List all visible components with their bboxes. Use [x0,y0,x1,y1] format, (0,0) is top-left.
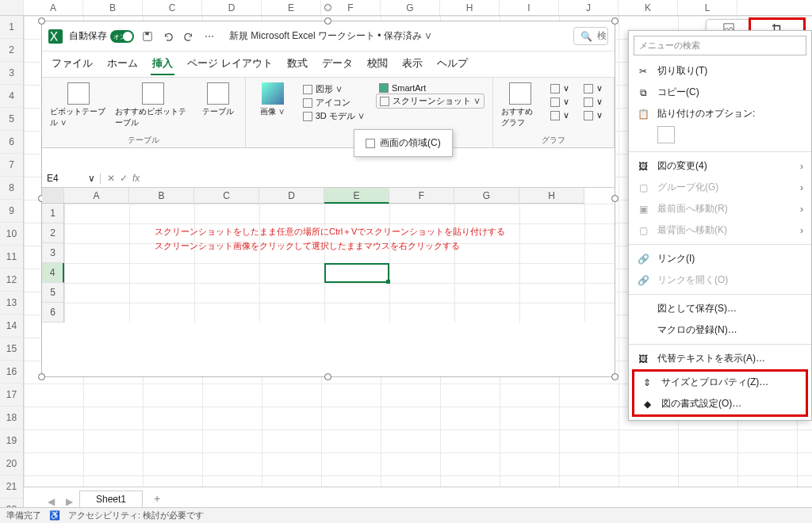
size-icon: ⇕ [641,376,653,389]
tab-help[interactable]: ヘルプ [435,53,469,75]
chart-type-button[interactable]: ∨ [580,109,606,121]
undo-icon[interactable] [161,29,175,44]
tab-file[interactable]: ファイル [50,53,94,75]
col[interactable]: A [24,0,83,15]
screen-clipping-item[interactable]: 画面の領域(C) [358,133,449,153]
chart-type-button[interactable]: ∨ [580,96,606,108]
3d-icon [303,112,312,121]
cut-item[interactable]: ✂切り取り(T) [629,60,811,82]
cancel-icon[interactable]: ✕ [107,173,115,184]
size-properties-item[interactable]: ⇕サイズとプロパティ(Z)… [634,372,806,393]
col[interactable]: C [143,0,202,15]
3dmodel-button[interactable]: 3D モデル ∨ [300,109,368,123]
tab-pagelayout[interactable]: ページ レイアウト [186,53,274,75]
pivottable-button[interactable]: ピボットテーブル ∨ [50,82,107,128]
accept-icon[interactable]: ✓ [120,173,128,184]
redo-icon[interactable] [182,29,196,44]
change-picture-item[interactable]: 🖼図の変更(4)› [629,155,811,177]
alt-text-icon: 🖼 [637,353,649,365]
status-bar: 準備完了 ♿ アクセシビリティ: 検討が必要です [0,507,812,523]
tab-formulas[interactable]: 数式 [285,53,309,75]
alt-text-item[interactable]: 🖼代替テキストを表示(A)… [629,348,811,369]
send-back-item: ▢最背面へ移動(K)› [629,220,811,241]
line-chart-icon [550,97,560,107]
image-button[interactable]: 画像 ∨ [254,82,292,117]
col[interactable]: L [678,0,737,15]
autosave-toggle[interactable]: 自動保存 オン [69,29,134,43]
col[interactable]: H [440,0,500,15]
col[interactable]: I [500,0,559,15]
scissors-icon: ✂ [637,65,649,78]
bring-front-item: ▣最前面へ移動(R)› [629,198,811,220]
fx-icon[interactable]: fx [132,173,140,184]
change-picture-icon: 🖼 [637,160,649,173]
copy-icon: ⧉ [637,86,649,99]
sheet-tab[interactable]: Sheet1 [79,491,143,507]
group-charts: おすすめグラフ ∨ ∨ ∨ ∨ ∨ ∨ グラフ [493,78,615,147]
resize-handle[interactable] [611,17,619,25]
copy-item[interactable]: ⧉コピー(C) [629,82,811,103]
clipping-icon [366,139,375,148]
chevron-right-icon: › [800,161,803,172]
tab-data[interactable]: データ [320,53,354,75]
name-box[interactable]: E4∨ [42,173,101,184]
chart-icon [509,82,531,105]
tab-insert[interactable]: 挿入 [151,53,174,75]
col[interactable]: J [559,0,619,15]
paste-option-buttons [629,124,811,148]
col[interactable]: E [262,0,321,15]
chart-type-button[interactable]: ∨ [547,109,573,121]
tab-review[interactable]: 校閲 [366,53,389,75]
resize-handle[interactable] [324,17,331,25]
col[interactable]: K [619,0,678,15]
resize-handle[interactable] [611,373,619,380]
svg-rect-2 [145,32,148,35]
toggle-on-icon: オン [110,30,134,43]
save-as-picture-item[interactable]: 図として保存(S)… [629,298,811,319]
col[interactable]: D [202,0,262,15]
pie-chart-icon [550,111,560,120]
tab-nav-left[interactable]: ◀ [43,496,59,507]
link-item[interactable]: 🔗リンク(I) [629,248,811,269]
icons-button[interactable]: アイコン [300,96,368,109]
recommended-pivot-button[interactable]: おすすめピボットテーブル [115,82,191,128]
tab-home[interactable]: ホーム [105,53,140,75]
col[interactable]: G [381,0,440,15]
open-link-icon: 🔗 [637,274,649,287]
table-icon [207,82,229,105]
paste-option[interactable] [657,126,675,143]
resize-handle[interactable] [38,373,45,380]
col[interactable]: B [83,0,143,15]
table-button[interactable]: テーブル [199,82,237,117]
chart-type-button[interactable]: ∨ [580,82,606,94]
selected-cell[interactable] [324,263,389,283]
pivot-icon [67,82,90,105]
save-icon[interactable] [140,29,155,44]
ribbon: ピボットテーブル ∨ おすすめピボットテーブル テーブル テーブル 画像 ∨ 図… [42,77,615,148]
smartart-button[interactable]: SmartArt [376,82,485,94]
formula-bar: E4∨ ✕ ✓ fx [42,169,615,188]
inner-row-headers: 123 456 [42,204,64,323]
group-tables: ピボットテーブル ∨ おすすめピボットテーブル テーブル テーブル [42,78,246,147]
chart-type-button[interactable]: ∨ [547,96,573,108]
assign-macro-item[interactable]: マクロの登録(N)… [629,319,811,341]
status-ready: 準備完了 [6,510,41,521]
add-sheet-button[interactable]: + [144,490,170,507]
tab-view[interactable]: 表示 [400,53,424,75]
shapes-button[interactable]: 図形 ∨ [300,82,368,96]
recommended-chart-button[interactable]: おすすめグラフ [501,82,539,128]
format-picture-item[interactable]: ◆図の書式設定(O)… [634,393,806,414]
search-box[interactable]: 🔍 検 [573,27,608,45]
chart-type-button[interactable]: ∨ [547,82,573,94]
menu-search[interactable]: メニューの検索 [634,36,806,55]
screenshot-button[interactable]: スクリーンショット ∨ [376,94,485,109]
inner-cells[interactable]: スクリーンショットをしたまま任意の場所にCtrl＋Vでスクリーンショットを貼り付… [64,204,615,323]
tab-nav-right[interactable]: ▶ [61,496,78,507]
pasted-image[interactable]: 自動保存 オン ⋯ 新規 Microsoft Excel ワークシート • 保存… [41,21,615,377]
annotation-text: スクリーンショット画像をクリックして選択したままマウスを右クリックする [155,240,460,252]
resize-handle[interactable] [38,17,45,25]
qat-more-icon[interactable]: ⋯ [202,29,216,44]
rotate-handle[interactable] [324,4,331,11]
resize-handle[interactable] [324,373,331,380]
smartart-icon [379,83,389,93]
